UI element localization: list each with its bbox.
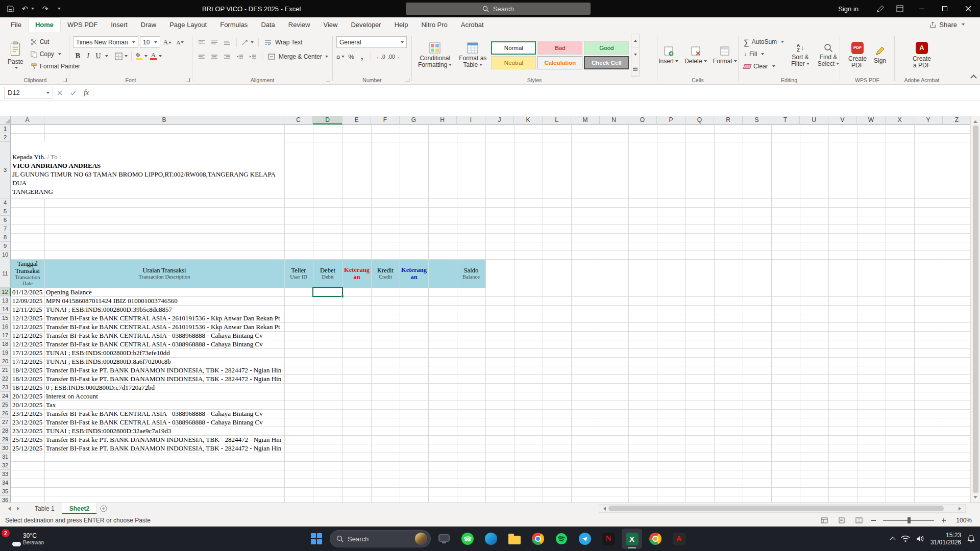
ribbon-tab-data[interactable]: Data xyxy=(254,17,281,32)
row-header-8[interactable]: 8 xyxy=(0,233,11,242)
column-header-I[interactable]: I xyxy=(457,116,485,124)
style-check-cell[interactable]: Check Cell xyxy=(584,56,629,69)
whatsapp-icon[interactable]: ☎ xyxy=(457,529,478,549)
column-header-F[interactable]: F xyxy=(371,116,400,124)
column-header-Y[interactable]: Y xyxy=(914,116,943,124)
minimize-button[interactable] xyxy=(910,0,933,17)
cell-A12[interactable]: 01/12/2025 xyxy=(12,288,44,296)
style-bad[interactable]: Bad xyxy=(537,41,582,55)
notification-bell-icon[interactable] xyxy=(967,535,975,543)
column-header-O[interactable]: O xyxy=(628,116,657,124)
select-all-button[interactable] xyxy=(0,116,11,124)
formula-input[interactable] xyxy=(93,87,975,99)
gallery-up-icon[interactable] xyxy=(631,34,639,48)
ribbon-tab-insert[interactable]: Insert xyxy=(104,17,134,32)
column-header-V[interactable]: V xyxy=(828,116,857,124)
start-button[interactable] xyxy=(306,529,327,549)
row-header-28[interactable]: 28 xyxy=(0,427,11,435)
style-normal[interactable]: Normal xyxy=(491,41,536,55)
fill-handle[interactable] xyxy=(341,295,344,298)
hidden-icons-icon[interactable] xyxy=(890,537,895,542)
sheet-tab-table1[interactable]: Table 1 xyxy=(28,503,62,514)
number-format-select[interactable]: General xyxy=(336,36,407,48)
column-header-W[interactable]: W xyxy=(857,116,886,124)
fill-button[interactable]: ↓Fill xyxy=(742,48,786,60)
selected-cell[interactable] xyxy=(312,287,343,297)
row-header-13[interactable]: 13 xyxy=(0,296,11,305)
file-explorer-icon[interactable] xyxy=(504,529,525,549)
spotify-icon[interactable] xyxy=(551,529,572,549)
wifi-icon[interactable] xyxy=(901,535,910,542)
row-header-26[interactable]: 26 xyxy=(0,409,11,418)
header-cell-B[interactable]: Uraian TransaksiTransaction Description xyxy=(44,259,284,288)
font-size-select[interactable]: 10 xyxy=(140,36,160,48)
save-icon[interactable] xyxy=(7,6,14,12)
cell-A26[interactable]: 23/12/2025 xyxy=(12,409,44,418)
header-cell-C[interactable]: TellerUser ID xyxy=(284,259,313,288)
row-header-2[interactable]: 2 xyxy=(0,133,11,142)
scroll-down-icon[interactable] xyxy=(971,493,980,503)
column-header-E[interactable]: E xyxy=(342,116,371,124)
increase-font-icon[interactable]: A xyxy=(162,37,173,48)
taskbar-clock[interactable]: 15:23 31/01/2026 xyxy=(930,532,961,546)
align-right-icon[interactable] xyxy=(222,51,233,62)
redo-icon[interactable]: ↷ xyxy=(42,5,48,13)
header-cell-A[interactable]: Tanggal TransaksiTransaction Date xyxy=(11,259,44,288)
align-bottom-icon[interactable] xyxy=(222,37,233,48)
ribbon-tab-help[interactable]: Help xyxy=(388,17,415,32)
cell-B29[interactable]: Transfer BI-Fast ke PT. BANK DANAMON IND… xyxy=(46,435,284,444)
row-header-33[interactable]: 33 xyxy=(0,470,11,479)
browser-icon[interactable] xyxy=(645,529,666,549)
cell-A23[interactable]: 18/12/2025 xyxy=(12,383,44,392)
style-neutral[interactable]: Neutral xyxy=(491,56,536,69)
row-header-12[interactable]: 12 xyxy=(0,288,11,296)
borders-button[interactable] xyxy=(114,51,129,62)
row-header-6[interactable]: 6 xyxy=(0,216,11,224)
customize-qat-icon[interactable] xyxy=(56,8,61,10)
zoom-out-icon[interactable] xyxy=(871,520,876,521)
header-cell-H[interactable] xyxy=(428,259,457,288)
fill-color-button[interactable] xyxy=(134,51,149,62)
next-sheet-icon[interactable] xyxy=(17,507,21,511)
ribbon-tab-file[interactable]: File xyxy=(4,17,28,32)
format-cells-button[interactable]: Format xyxy=(710,34,740,76)
ribbon-tab-review[interactable]: Review xyxy=(282,17,317,32)
cell-A16[interactable]: 12/12/2025 xyxy=(12,322,44,331)
column-header-U[interactable]: U xyxy=(800,116,828,124)
column-header-X[interactable]: X xyxy=(886,116,914,124)
header-cell-I[interactable]: SaldoBalance xyxy=(457,259,485,288)
row-header-20[interactable]: 20 xyxy=(0,357,11,366)
column-header-D[interactable]: D xyxy=(313,116,342,124)
cell-B22[interactable]: Transfer BI-Fast ke PT. BANK DANAMON IND… xyxy=(46,374,284,383)
cell-A14[interactable]: 12/11/2025 xyxy=(12,305,44,314)
row-header-31[interactable]: 31 xyxy=(0,453,11,461)
row-header-1[interactable]: 1 xyxy=(0,124,11,133)
ribbon-tab-nitro-pro[interactable]: Nitro Pro xyxy=(414,17,454,32)
volume-icon[interactable] xyxy=(916,535,924,542)
cell-A21[interactable]: 18/12/2025 xyxy=(12,366,44,374)
cell-A15[interactable]: 12/12/2025 xyxy=(12,314,44,322)
column-header-K[interactable]: K xyxy=(514,116,543,124)
row-header-23[interactable]: 23 xyxy=(0,383,11,392)
delete-cells-button[interactable]: Delete xyxy=(682,34,709,76)
chrome-icon[interactable] xyxy=(528,529,548,549)
insert-function-icon[interactable]: fx xyxy=(80,89,93,97)
row-header-19[interactable]: 19 xyxy=(0,348,11,357)
row-header-35[interactable]: 35 xyxy=(0,487,11,496)
cell-A25[interactable]: 20/12/2025 xyxy=(12,400,44,409)
row-header-7[interactable]: 7 xyxy=(0,224,11,233)
zoom-level[interactable]: 100% xyxy=(953,517,972,524)
cell-B20[interactable]: TUNAI ; ESB:INDS:0002800D:8a6f70200c8b xyxy=(46,357,284,366)
recipient-address-block[interactable]: Kepada Yth. / To : VICO ANDRIANO ANDREAS… xyxy=(12,153,288,196)
column-header-C[interactable]: C xyxy=(284,116,313,124)
column-header-A[interactable]: A xyxy=(11,116,44,124)
wps-create-pdf-button[interactable]: PDF CreatePDF xyxy=(846,34,869,76)
gallery-more-icon[interactable] xyxy=(631,62,639,76)
row-header-3[interactable]: 3 xyxy=(0,142,11,198)
acrobat-taskbar-icon[interactable]: A xyxy=(669,529,689,549)
column-header-G[interactable]: G xyxy=(400,116,428,124)
row-header-27[interactable]: 27 xyxy=(0,418,11,427)
cell-B19[interactable]: TUNAI ; ESB:INDS:0002800D:b2f73efe10dd xyxy=(46,348,284,357)
zoom-in-icon[interactable] xyxy=(941,518,946,523)
column-header-H[interactable]: H xyxy=(428,116,457,124)
